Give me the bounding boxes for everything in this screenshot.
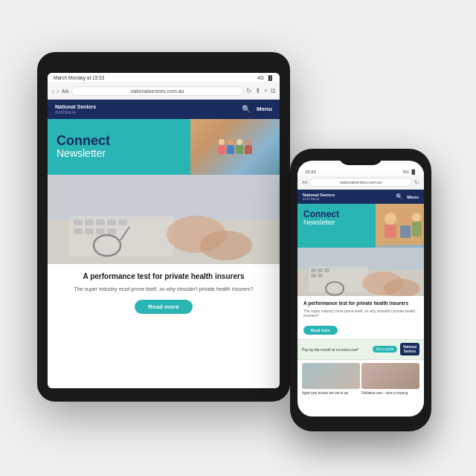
phone-signal-battery: 5G ▐▌ — [403, 170, 416, 174]
svg-rect-28 — [324, 268, 329, 272]
tablet-datetime: March Monday at 15:33 — [54, 75, 104, 80]
phone-notch — [338, 149, 383, 165]
phone-menu-button[interactable]: Menu — [407, 195, 419, 199]
hero-image — [190, 119, 280, 175]
phone-connect-label: Connect — [303, 210, 370, 219]
phone-site-logo[interactable]: National Seniors AUSTRALIA — [303, 193, 335, 201]
tablet-battery: ▐▌ — [267, 75, 274, 80]
svg-rect-26 — [311, 268, 316, 272]
svg-rect-8 — [74, 228, 83, 234]
scene: March Monday at 15:33 4G ▐▌ ‹ › AA natio… — [22, 22, 454, 454]
thumb-image-2 — [361, 363, 419, 389]
thumb-image-1 — [302, 363, 360, 389]
people-illustration — [218, 139, 252, 154]
phone-logo-sub: AUSTRALIA — [303, 197, 335, 201]
hero-image-area — [190, 119, 280, 175]
phone-screen: 15:22 5G ▐▌ AA nationalseniors.com.au ↻ … — [298, 161, 424, 416]
phone-device: 15:22 5G ▐▌ AA nationalseniors.com.au ↻ … — [290, 149, 431, 431]
browser-bookmarks-button[interactable]: ⧉ — [271, 87, 275, 95]
svg-rect-27 — [318, 268, 323, 272]
tablet-logo-sub: AUSTRALIA — [55, 110, 96, 115]
phone-article-content: A performance test for private health in… — [298, 296, 424, 339]
tablet-status-right: 4G ▐▌ — [257, 75, 274, 80]
browser-refresh-button[interactable]: ↻ — [246, 87, 252, 95]
ad-get-quote-button[interactable]: Get a quote — [373, 346, 398, 353]
phone-article-excerpt: The super industry must prove itself, so… — [303, 309, 418, 318]
svg-rect-21 — [400, 225, 411, 238]
svg-rect-3 — [74, 219, 83, 225]
hero-newsletter-label: Newsletter — [57, 147, 181, 160]
thumb-caption-2: Palliative care – who is missing — [361, 391, 419, 395]
browser-actions: ↻ ⬆ + ⧉ — [246, 87, 275, 95]
tablet-device: March Monday at 15:33 4G ▐▌ ‹ › AA natio… — [37, 52, 290, 402]
browser-url-bar[interactable]: nationalseniors.com.au — [71, 86, 242, 96]
svg-rect-30 — [318, 274, 323, 277]
phone-site-nav: National Seniors AUSTRALIA 🔍 Menu — [298, 190, 424, 204]
thumbnail-item-2[interactable]: Palliative care – who is missing — [361, 363, 419, 395]
phone-nav-right: 🔍 Menu — [396, 193, 419, 200]
browser-forward-button[interactable]: › — [57, 88, 59, 95]
svg-point-15 — [200, 231, 252, 260]
browser-back-button[interactable]: ‹ — [52, 88, 54, 95]
tablet-article-title: A performance test for private health in… — [58, 271, 269, 281]
svg-rect-9 — [85, 228, 94, 234]
phone-hero-text: Connect Newsletter — [298, 204, 376, 248]
svg-rect-29 — [311, 274, 316, 277]
phone-read-more-button[interactable]: Read more — [303, 326, 338, 335]
ad-text: Pay by the month at no extra cost* — [302, 347, 370, 353]
thumbnail-item-1[interactable]: Aged care homes are set to act — [302, 363, 360, 395]
phone-status-bar: 15:22 5G ▐▌ — [298, 167, 424, 176]
person-4 — [245, 139, 252, 154]
phone-url-bar[interactable]: nationalseniors.com.au — [309, 178, 412, 187]
tablet-browser-nav: ‹ › — [52, 88, 59, 95]
phone-browser-bar: AA nationalseniors.com.au ↻ — [298, 176, 424, 190]
phone-article-title: A performance test for private health in… — [303, 300, 418, 306]
tablet-site-logo[interactable]: National Seniors AUSTRALIA — [55, 104, 96, 115]
svg-rect-22 — [412, 222, 422, 237]
svg-rect-4 — [85, 219, 94, 225]
tablet-screen: March Monday at 15:33 4G ▐▌ ‹ › AA natio… — [48, 73, 280, 388]
tablet-site-nav: National Seniors AUSTRALIA 🔍 Menu — [48, 100, 280, 119]
phone-newsletter-label: Newsletter — [303, 219, 370, 226]
ad-text-area: Pay by the month at no extra cost* — [302, 347, 370, 353]
phone-hero-image — [376, 204, 424, 248]
tablet-nav-right: 🔍 Menu — [242, 105, 272, 113]
person-1 — [218, 139, 225, 154]
svg-point-17 — [385, 213, 396, 225]
tablet-article-image — [48, 175, 280, 264]
tablet-browser-bar: ‹ › AA nationalseniors.com.au ↻ ⬆ + ⧉ — [48, 83, 280, 100]
browser-share-button[interactable]: ⬆ — [255, 87, 261, 95]
thumb-caption-1: Aged care homes are set to act — [302, 391, 360, 395]
phone-refresh-button[interactable]: ↻ — [414, 179, 419, 186]
ad-logo: NationalSeniors — [400, 343, 419, 356]
browser-newtab-button[interactable]: + — [264, 87, 268, 95]
svg-point-19 — [412, 213, 421, 222]
menu-button[interactable]: Menu — [257, 106, 272, 112]
hero-text-area: Connect Newsletter — [48, 119, 190, 175]
hero-connect-label: Connect — [57, 134, 181, 147]
tablet-article-excerpt: The super industry must prove itself, so… — [58, 286, 269, 293]
phone-article-image — [298, 248, 424, 296]
phone-thumbnails: Aged care homes are set to act Palliativ… — [298, 360, 424, 398]
phone-browser-aa[interactable]: AA — [302, 180, 307, 184]
tablet-signal: 4G — [257, 75, 264, 80]
phone-ad-banner: Pay by the month at no extra cost* Get a… — [298, 339, 424, 360]
person-3 — [236, 139, 243, 154]
svg-rect-6 — [107, 219, 116, 225]
tablet-read-more-button[interactable]: Read more — [135, 300, 192, 314]
tablet-logo-text: National Seniors — [55, 104, 96, 110]
browser-aa-label[interactable]: AA — [62, 89, 68, 94]
svg-rect-5 — [96, 219, 105, 225]
tablet-status-bar: March Monday at 15:33 4G ▐▌ — [48, 73, 280, 83]
tablet-hero-banner: Connect Newsletter — [48, 119, 280, 175]
person-2 — [227, 139, 234, 154]
svg-rect-20 — [385, 225, 396, 238]
search-icon[interactable]: 🔍 — [242, 105, 251, 113]
svg-rect-11 — [107, 228, 116, 234]
phone-search-icon[interactable]: 🔍 — [396, 193, 403, 200]
svg-point-18 — [400, 215, 411, 225]
phone-hero-banner: Connect Newsletter — [298, 204, 424, 248]
phone-time: 15:22 — [305, 170, 316, 174]
svg-rect-10 — [96, 228, 105, 234]
svg-rect-7 — [118, 219, 127, 225]
